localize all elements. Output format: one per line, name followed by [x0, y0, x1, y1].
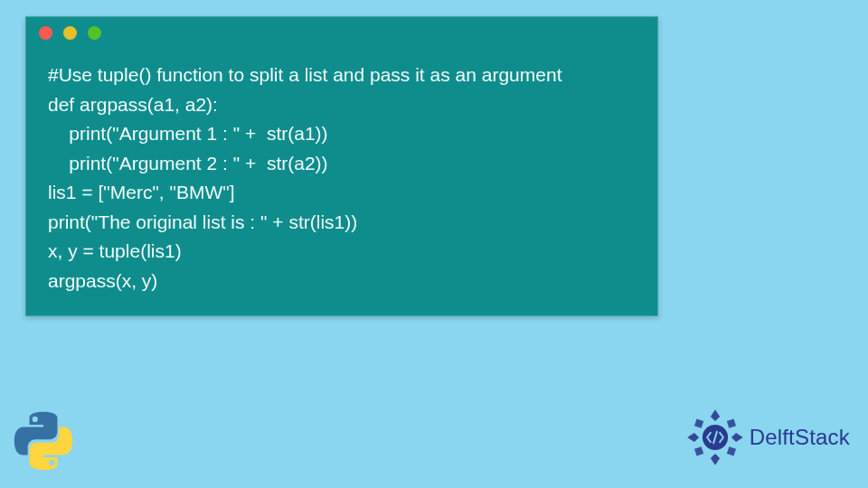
titlebar [26, 17, 657, 48]
svg-marker-5 [726, 419, 735, 428]
code-line: x, y = tuple(lis1) [48, 240, 182, 261]
delftstack-emblem-icon [686, 408, 744, 466]
svg-marker-7 [726, 446, 735, 455]
code-line: print("Argument 1 : " + str(a1)) [48, 123, 328, 144]
delftstack-logo: DelftStack [686, 408, 850, 466]
delftstack-name: DelftStack [750, 425, 850, 450]
svg-marker-3 [731, 433, 743, 442]
code-line: argpass(x, y) [48, 270, 157, 291]
code-window: #Use tuple() function to split a list an… [25, 16, 658, 316]
code-line: print("Argument 2 : " + str(a2)) [48, 153, 328, 174]
traffic-light-minimize-icon [63, 26, 77, 40]
svg-marker-4 [694, 419, 703, 428]
svg-marker-0 [711, 409, 720, 421]
code-line: print("The original list is : " + str(li… [48, 211, 357, 232]
traffic-light-zoom-icon [88, 26, 101, 40]
python-logo-icon [13, 410, 74, 472]
code-body: #Use tuple() function to split a list an… [26, 48, 657, 315]
svg-marker-6 [694, 446, 703, 455]
svg-marker-1 [711, 454, 720, 465]
code-line: #Use tuple() function to split a list an… [48, 64, 561, 85]
code-line: lis1 = ["Merc", "BMW"] [48, 182, 235, 202]
traffic-light-close-icon [39, 26, 52, 40]
code-line: def argpass(a1, a2): [48, 94, 218, 115]
svg-marker-2 [687, 433, 699, 442]
